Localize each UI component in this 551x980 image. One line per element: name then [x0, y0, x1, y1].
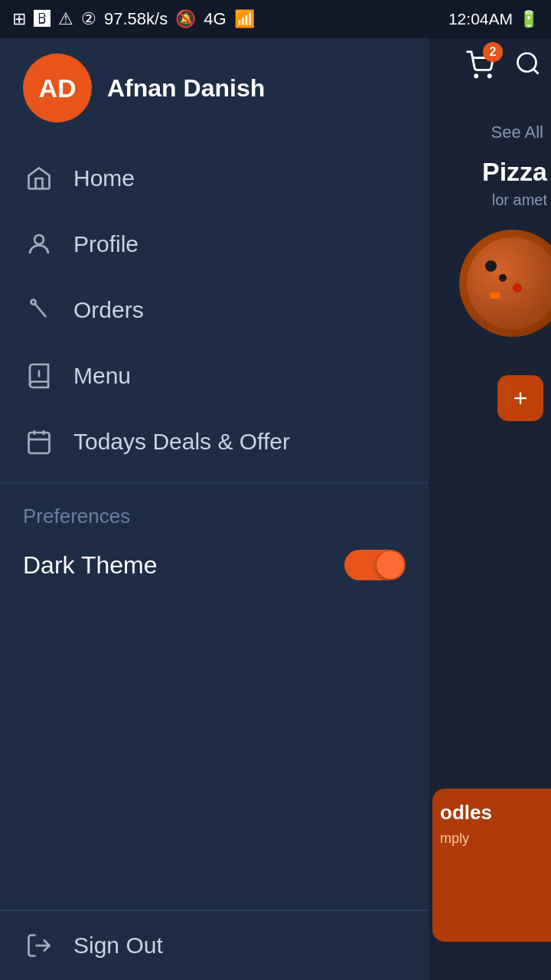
network-speed: 97.58k/s [104, 9, 168, 29]
status-bar: ⊞ 🅱 ⚠ ② 97.58k/s 🔕 4G 📶 12:04AM 🔋 [0, 0, 551, 38]
drawer-header: AD Afnan Danish [0, 38, 429, 138]
profile-icon [23, 228, 55, 260]
menu-label: Menu [73, 363, 131, 389]
signout-icon [23, 929, 55, 962]
svg-line-12 [533, 69, 539, 74]
orders-label: Orders [73, 297, 144, 323]
time-display: 12:04AM [448, 10, 513, 28]
main-layout: AD Afnan Danish Home [0, 38, 551, 980]
search-button[interactable] [514, 50, 542, 80]
b-icon: 🅱 [34, 9, 51, 29]
cart-button[interactable]: 2 [461, 46, 499, 84]
bg-top-icons: 2 [452, 38, 551, 92]
screen-icon: ⊞ [12, 9, 26, 29]
sidebar-item-profile[interactable]: Profile [0, 211, 429, 277]
svg-point-11 [518, 54, 536, 72]
orders-icon [23, 294, 55, 326]
noodles-sub: mply [440, 831, 543, 847]
deals-icon [23, 426, 55, 458]
add-item-button[interactable]: + [497, 375, 543, 421]
sidebar-item-orders[interactable]: Orders [0, 277, 429, 343]
cart-badge: 2 [483, 42, 503, 62]
battery-icon: 🔋 [519, 10, 539, 28]
home-icon [23, 162, 55, 194]
sign-out-button[interactable]: Sign Out [0, 910, 429, 980]
status-right: 12:04AM 🔋 [448, 10, 539, 28]
noodles-title: odles [440, 801, 543, 825]
bottom-spacer [0, 599, 429, 910]
sidebar-item-menu[interactable]: Menu [0, 343, 429, 409]
drawer-sidebar: AD Afnan Danish Home [0, 38, 429, 980]
sidebar-item-deals[interactable]: Todays Deals & Offer [0, 409, 429, 475]
noodles-card: odles mply [432, 789, 551, 942]
signal-4g-icon: 4G [204, 9, 226, 29]
pizza-sub: lor amet [492, 191, 547, 209]
profile-label: Profile [73, 231, 139, 257]
svg-rect-4 [29, 433, 50, 453]
pizza-title: Pizza [482, 157, 547, 187]
status-left: ⊞ 🅱 ⚠ ② 97.58k/s 🔕 4G 📶 [12, 9, 255, 29]
sidebar-item-home[interactable]: Home [0, 145, 429, 211]
svg-line-1 [34, 303, 46, 317]
svg-point-2 [31, 300, 36, 305]
dark-theme-toggle[interactable] [344, 550, 406, 580]
svg-point-10 [488, 75, 491, 77]
home-label: Home [73, 165, 135, 191]
preferences-section: Preferences Dark Theme [0, 483, 429, 599]
toggle-knob [377, 551, 404, 579]
notification-count: ② [81, 9, 96, 29]
svg-point-0 [34, 235, 44, 244]
deals-label: Todays Deals & Offer [73, 429, 290, 455]
nav-list: Home Profile [0, 138, 429, 482]
dark-theme-label: Dark Theme [23, 551, 157, 580]
preferences-title: Preferences [23, 505, 406, 528]
svg-point-9 [475, 75, 478, 77]
warning-icon: ⚠ [58, 9, 73, 29]
bell-icon: 🔕 [175, 9, 196, 29]
pizza-image [459, 230, 551, 337]
sign-out-label: Sign Out [73, 933, 163, 959]
menu-book-icon [23, 360, 55, 392]
signal-bars-icon: 📶 [234, 9, 255, 29]
user-name-label: Afnan Danish [107, 74, 265, 103]
avatar[interactable]: AD [23, 54, 92, 122]
see-all-link[interactable]: See All [491, 122, 544, 142]
dark-theme-row: Dark Theme [23, 550, 406, 580]
bg-content-panel: 2 See All Pizza lor amet + odles [429, 38, 551, 980]
